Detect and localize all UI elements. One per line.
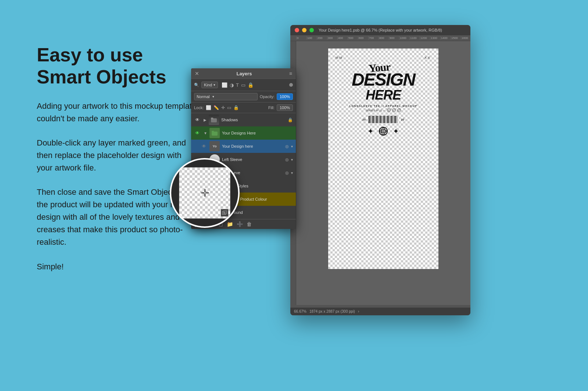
ps-arrow-icon: › — [358, 309, 359, 313]
ps-window-title: Your Design here1.psb @ 66.7% (Replace w… — [319, 28, 442, 32]
ps-titlebar: Your Design here1.psb @ 66.7% (Replace w… — [290, 25, 470, 35]
smart-object-corner-badge: S — [221, 209, 228, 216]
layer-lock-icon-shadows: 🔒 — [288, 118, 293, 122]
lock-pixels-icon[interactable]: ⬜ — [206, 105, 211, 110]
filter-toggle-dot[interactable] — [289, 83, 293, 87]
layer-row-your-design-here[interactable]: 👁 Yo Your Design here ◎ ▾ — [191, 140, 296, 153]
folder-icon-your-designs — [212, 130, 218, 136]
ruler-mark: 1000 — [399, 36, 409, 40]
your-script-text: Your — [368, 60, 391, 75]
smart-object-popup: ✛ S — [170, 158, 240, 228]
globe-icon — [379, 127, 388, 136]
ruler-mark: 100 — [306, 36, 317, 40]
lock-artboard-icon[interactable]: ▭ — [227, 105, 231, 110]
smart-object-badge-icon: S — [222, 210, 227, 215]
lock-position-icon[interactable]: ✏️ — [214, 105, 219, 110]
left-content: Easy to use Smart Objects Adding your ar… — [37, 44, 198, 273]
layers-panel-titlebar: ✕ Layers ≡ — [191, 68, 296, 79]
ruler-mark: 0 — [296, 36, 306, 40]
paragraph-2: Double-click any layer marked green, and… — [37, 137, 198, 174]
filter-type-icon[interactable]: T — [236, 82, 239, 88]
filter-adjust-icon[interactable]: ◑ — [230, 82, 234, 88]
layers-close-icon[interactable]: ✕ — [195, 71, 199, 76]
design-mm-text: MM — [336, 56, 343, 60]
layers-lock-row: Lock: ⬜ ✏️ ✛ ▭ 🔒 Fill: 100% — [191, 103, 296, 113]
smart-object-icon-left: ◎ — [285, 157, 289, 162]
new-group-icon[interactable]: 📁 — [227, 221, 233, 227]
chevron-icon-left: ▾ — [291, 158, 293, 162]
design-main-title: DESIGN — [352, 71, 415, 89]
canvas-content: MM XX Your DESIGN HERE LONGSLEEVE TEE //… — [328, 49, 438, 269]
barcode-num-right: 20 — [401, 118, 404, 121]
filter-kind-dropdown[interactable]: Kind ▾ — [201, 82, 218, 88]
ruler-mark: 1600 — [461, 36, 470, 40]
ruler-mark: 200 — [317, 36, 327, 40]
layers-blend-row: Normal ▾ Opacity: 100% — [191, 91, 296, 103]
barcode-row: 20 20 — [362, 116, 404, 123]
delete-layer-icon[interactable]: 🗑 — [247, 221, 252, 227]
filter-kind-label: Kind — [204, 83, 212, 87]
layer-thumb-your-design-here: Yo — [209, 141, 220, 151]
eye-icon-shadows[interactable]: 👁 — [194, 116, 201, 123]
layer-expand-shadows[interactable]: ▶ — [204, 118, 207, 122]
canvas-design: MM XX Your DESIGN HERE LONGSLEEVE TEE //… — [328, 49, 438, 269]
layer-name-your-design-here: Your Design here — [222, 144, 283, 148]
chevron-down-icon: ▾ — [214, 83, 215, 87]
fill-input[interactable]: 100% — [277, 104, 293, 111]
filter-smart-icon[interactable]: 🔒 — [248, 82, 254, 88]
ps-dimensions: 1874 px x 2887 px (300 ppi) — [309, 309, 355, 313]
layer-thumb-shadows — [209, 115, 219, 125]
smart-object-icon-design: ◎ — [285, 144, 289, 149]
svg-point-0 — [381, 128, 385, 135]
ps-canvas: MM XX Your DESIGN HERE LONGSLEEVE TEE //… — [296, 41, 470, 305]
svg-point-1 — [380, 130, 387, 133]
lock-move-icon[interactable]: ✛ — [221, 105, 225, 110]
close-button[interactable] — [295, 28, 299, 32]
design-here-text: HERE — [366, 89, 401, 102]
ruler-mark: 600 — [358, 36, 368, 40]
filter-pixel-icon[interactable]: ⬜ — [222, 82, 227, 88]
smart-object-icon-right: ◎ — [285, 171, 289, 175]
main-title: Easy to use Smart Objects — [37, 44, 198, 88]
design-icons-row: ✦ ✦ — [368, 127, 399, 136]
filter-shape-icon[interactable]: ▭ — [241, 82, 245, 88]
layer-expand-your-designs[interactable]: ▼ — [204, 131, 207, 135]
layer-thumb-your-designs — [209, 128, 220, 138]
ruler-mark: 300 — [327, 36, 337, 40]
layer-row-your-designs[interactable]: 👁 ▼ Your Designs Here — [191, 126, 296, 140]
ruler-mark: 800 — [379, 36, 389, 40]
smart-object-inner: ✛ S — [179, 167, 230, 219]
ruler-mark: 1400 — [440, 36, 451, 40]
opacity-label: Opacity: — [260, 94, 275, 99]
star-right-icon: ✦ — [393, 127, 399, 136]
layer-name-your-designs: Your Designs Here — [222, 131, 293, 135]
layer-row-shadows[interactable]: 👁 ▶ Shadows 🔒 — [191, 113, 296, 126]
lock-icons-group: ⬜ ✏️ ✛ ▭ 🔒 — [206, 105, 239, 110]
design-subtitle: LONGSLEEVE TEE // APPAREL MOCKUP — [349, 105, 417, 107]
ruler-mark: 400 — [337, 36, 348, 40]
paragraph-4: Simple! — [37, 261, 198, 273]
layers-menu-icon[interactable]: ≡ — [289, 71, 292, 76]
chevron-icon-design: ▾ — [291, 144, 293, 148]
barcode-num-left: 20 — [362, 118, 366, 121]
paragraph-1: Adding your artwork to this mockup templ… — [37, 100, 198, 125]
eye-icon-your-designs[interactable]: 👁 — [194, 130, 201, 136]
barcode-image — [369, 116, 398, 123]
lock-label: Lock: — [194, 105, 204, 110]
chevron-icon-right: ▾ — [291, 171, 293, 175]
eye-icon-your-design-here[interactable]: 👁 — [201, 143, 207, 150]
lock-all-icon[interactable]: 🔒 — [233, 105, 239, 110]
blend-mode-dropdown[interactable]: Normal ▾ — [194, 93, 258, 100]
maximize-button[interactable] — [309, 28, 314, 32]
ruler-mark: 700 — [368, 36, 379, 40]
layer-name-product-colour: <- Product Colour — [235, 197, 293, 201]
ruler-mark: 500 — [348, 36, 358, 40]
filter-icon-group: ⬜ ◑ T ▭ 🔒 — [222, 82, 254, 88]
ps-zoom-level: 66.67% — [294, 309, 306, 313]
ruler-marks: 0 100 200 300 400 500 600 700 800 900 10… — [296, 36, 470, 40]
new-layer-icon[interactable]: ➕ — [237, 221, 243, 227]
opacity-input[interactable]: 100% — [277, 93, 293, 100]
minimize-button[interactable] — [302, 28, 306, 32]
ruler-mark: 1200 — [420, 36, 430, 40]
smart-object-move-icon: ✛ — [201, 187, 209, 199]
